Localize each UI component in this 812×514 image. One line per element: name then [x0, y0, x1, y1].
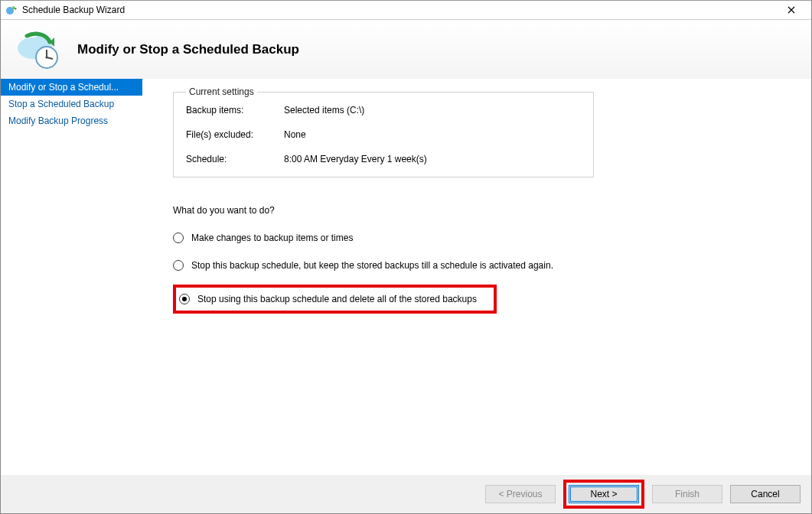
page-title: Modify or Stop a Scheduled Backup	[77, 42, 299, 57]
option-make-changes[interactable]: Make changes to backup items or times	[173, 233, 765, 243]
sidebar-step-modify-stop[interactable]: Modify or Stop a Schedul...	[1, 79, 142, 96]
sidebar-step-modify-progress[interactable]: Modify Backup Progress	[1, 112, 142, 129]
schedule-label: Schedule:	[186, 154, 278, 164]
option-stop-delete-backups[interactable]: Stop using this backup schedule and dele…	[179, 294, 477, 304]
body: Modify or Stop a Schedul... Stop a Sched…	[1, 79, 811, 475]
svg-point-6	[45, 56, 47, 58]
files-excluded-label: File(s) excluded:	[186, 129, 278, 140]
radio-icon	[173, 260, 184, 271]
window-close-button[interactable]	[776, 0, 807, 20]
cancel-button[interactable]: Cancel	[730, 485, 801, 503]
wizard-window: Schedule Backup Wizard Modify or Stop a …	[0, 0, 812, 514]
next-button[interactable]: Next >	[569, 485, 639, 503]
titlebar: Schedule Backup Wizard	[1, 0, 811, 20]
sidebar-step-stop-scheduled[interactable]: Stop a Scheduled Backup	[1, 96, 142, 112]
radio-icon	[179, 294, 190, 304]
backup-items-label: Backup items:	[186, 105, 278, 115]
sidebar-item-label: Modify or Stop a Schedul...	[8, 82, 119, 93]
header-band: Modify or Stop a Scheduled Backup	[1, 20, 811, 79]
sidebar-item-label: Modify Backup Progress	[8, 115, 108, 126]
wizard-footer: < Previous Next > Finish Cancel	[1, 475, 811, 513]
highlight-selected-option: Stop using this backup schedule and dele…	[173, 285, 497, 314]
settings-legend: Current settings	[186, 86, 257, 97]
app-icon	[5, 4, 18, 16]
prompt-text: What do you want to do?	[173, 205, 765, 216]
svg-point-0	[6, 7, 14, 15]
schedule-value: 8:00 AM Everyday Every 1 week(s)	[284, 154, 581, 164]
option-label: Stop using this backup schedule and dele…	[197, 294, 477, 304]
wizard-steps-sidebar: Modify or Stop a Schedul... Stop a Sched…	[1, 79, 142, 475]
option-label: Make changes to backup items or times	[191, 233, 353, 243]
files-excluded-value: None	[284, 129, 581, 140]
radio-icon	[173, 233, 184, 243]
current-settings-group: Current settings Backup items: Selected …	[173, 86, 594, 177]
backup-cloud-clock-icon	[16, 28, 62, 71]
option-stop-keep-backups[interactable]: Stop this backup schedule, but keep the …	[173, 260, 765, 271]
previous-button: < Previous	[485, 485, 556, 503]
sidebar-item-label: Stop a Scheduled Backup	[8, 99, 114, 109]
finish-button: Finish	[652, 485, 722, 503]
highlight-next-button: Next >	[563, 480, 644, 509]
window-title: Schedule Backup Wizard	[22, 5, 776, 15]
option-label: Stop this backup schedule, but keep the …	[191, 260, 553, 271]
main-content: Current settings Backup items: Selected …	[142, 79, 811, 475]
backup-items-value: Selected items (C:\)	[284, 105, 581, 115]
